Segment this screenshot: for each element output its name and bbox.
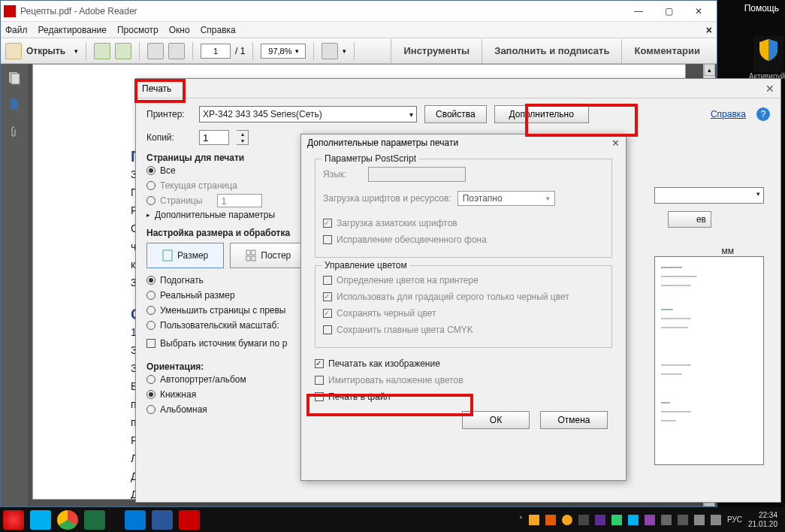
fit-icon[interactable]: [322, 43, 338, 59]
radio-current[interactable]: [146, 181, 155, 190]
tray-icon[interactable]: [611, 515, 622, 525]
properties-button[interactable]: Свойства: [424, 105, 487, 123]
fill-sign-button[interactable]: Заполнить и подписать: [482, 39, 621, 63]
taskbar-app-adobe[interactable]: [179, 510, 200, 530]
menu-help[interactable]: Справка: [201, 25, 236, 35]
tools-button[interactable]: Инструменты: [391, 39, 482, 63]
print-dialog-close-icon[interactable]: ✕: [765, 83, 774, 95]
scroll-up-icon[interactable]: ▴: [704, 64, 715, 76]
radio-custom[interactable]: [146, 321, 155, 330]
print-to-file-checkbox[interactable]: [315, 392, 324, 401]
menu-view[interactable]: Просмотр: [117, 25, 159, 35]
size-button[interactable]: Размер: [146, 243, 224, 268]
taskbar-app-explorer[interactable]: [125, 510, 146, 530]
svg-rect-3: [246, 250, 250, 255]
help-link[interactable]: Справка: [711, 109, 746, 119]
open-dropdown-icon[interactable]: ▾: [74, 47, 78, 55]
help-icon[interactable]: ?: [756, 107, 770, 121]
bookmark-icon[interactable]: [8, 98, 21, 112]
maximize-button[interactable]: ▢: [654, 2, 684, 20]
taskbar-app-skype[interactable]: [30, 510, 51, 530]
menubar-close-icon[interactable]: ×: [706, 24, 712, 36]
desktop-help-text[interactable]: Помощь: [744, 3, 779, 14]
pages-icon[interactable]: [8, 71, 21, 85]
advanced-print-dialog: Дополнительные параметры печати ✕ Параме…: [300, 134, 626, 481]
titlebar: Рецепты.pdf - Adobe Reader — ▢ ✕: [1, 1, 717, 22]
taskbar-app-opera[interactable]: [3, 510, 24, 530]
taskbar-app-word[interactable]: [152, 510, 173, 530]
color-cb-3: [323, 325, 332, 334]
print-dialog-title: Печать: [142, 83, 171, 94]
radio-actual[interactable]: [146, 291, 155, 300]
tray-up-icon[interactable]: ˄: [519, 515, 523, 524]
network-icon[interactable]: [694, 515, 705, 525]
preset-select[interactable]: ▾: [654, 187, 764, 204]
svg-rect-4: [252, 250, 255, 255]
copies-input[interactable]: [199, 130, 229, 145]
menu-window[interactable]: Окно: [169, 25, 190, 35]
tray-icon[interactable]: [678, 515, 688, 525]
print-icon[interactable]: [147, 43, 164, 59]
advanced-close-icon[interactable]: ✕: [611, 138, 620, 149]
radio-all[interactable]: [146, 166, 155, 175]
printer-select[interactable]: XP-342 343 345 Series(Сеть)▾: [199, 106, 417, 122]
zoom-value[interactable]: 97,8%▾: [261, 44, 306, 59]
ok-button[interactable]: ОК: [462, 411, 530, 429]
open-folder-icon[interactable]: [5, 43, 22, 59]
color-cb-2: [323, 309, 332, 318]
asian-fonts-checkbox: [323, 219, 332, 228]
radio-landscape[interactable]: [146, 405, 155, 414]
taskbar-clock[interactable]: 22:34 21.01.20: [748, 511, 782, 529]
tray-icon[interactable]: [545, 515, 556, 525]
shield-icon: [756, 38, 780, 62]
tray-icon[interactable]: [645, 515, 655, 525]
create-pdf-icon[interactable]: [94, 43, 110, 59]
save-icon[interactable]: [115, 43, 131, 59]
volume-icon[interactable]: [711, 515, 721, 525]
tray-icon[interactable]: [562, 515, 572, 525]
language-indicator[interactable]: РУС: [727, 515, 742, 524]
mail-icon[interactable]: [168, 43, 185, 59]
radio-fit[interactable]: [146, 276, 155, 285]
small-button[interactable]: ев: [668, 211, 711, 228]
radio-shrink[interactable]: [146, 306, 155, 315]
menu-edit[interactable]: Редактирование: [38, 25, 107, 35]
close-button[interactable]: ✕: [684, 2, 714, 20]
tray-icon[interactable]: [578, 515, 589, 525]
fit-dropdown-icon[interactable]: ▾: [343, 47, 346, 55]
minimize-button[interactable]: —: [623, 2, 654, 20]
print-preview: ━━━━━━━ ━━━━━━━━━━━━ ━━━━━━━━━━ ━━━━ ━━━…: [654, 256, 764, 465]
tray-icon[interactable]: [661, 515, 672, 525]
more-params-label[interactable]: Дополнительные параметры: [155, 210, 275, 220]
printer-label: Принтер:: [146, 109, 192, 119]
fonts-load-label: Загрузка шрифтов и ресурсов:: [323, 193, 451, 204]
taskbar-app-excel[interactable]: [84, 510, 105, 530]
radio-auto-orient[interactable]: [146, 375, 155, 384]
page-current-input[interactable]: [201, 44, 231, 59]
toolbar-separator: [139, 42, 140, 60]
radio-pages[interactable]: [146, 196, 155, 205]
chevron-down-icon: ▾: [409, 110, 413, 119]
expand-icon[interactable]: ▸: [146, 211, 150, 219]
poster-button[interactable]: Постер: [230, 243, 306, 268]
menu-file[interactable]: Файл: [5, 25, 28, 35]
landscape-label: Альбомная: [160, 404, 207, 415]
attachment-icon[interactable]: [8, 125, 21, 139]
radio-all-label: Все: [160, 165, 176, 176]
print-as-image-checkbox[interactable]: [315, 359, 324, 368]
cancel-button[interactable]: Отмена: [540, 411, 608, 429]
tray-icon[interactable]: [628, 515, 639, 525]
pages-input[interactable]: [217, 194, 262, 207]
advanced-button[interactable]: Дополнительно: [494, 105, 589, 123]
taskbar-app-chrome[interactable]: [57, 510, 78, 530]
radio-portrait[interactable]: [146, 390, 155, 399]
color-legend: Управление цветом: [322, 260, 410, 271]
open-label[interactable]: Открыть: [26, 46, 65, 56]
copies-spinner[interactable]: ▴▾: [237, 130, 249, 145]
comments-button[interactable]: Комментарии: [621, 39, 712, 63]
svg-rect-1: [11, 74, 20, 84]
tray-icon[interactable]: [595, 515, 605, 525]
tray-icon[interactable]: [529, 515, 539, 525]
paper-source-checkbox[interactable]: [146, 339, 155, 348]
copies-label: Копий:: [146, 132, 192, 143]
